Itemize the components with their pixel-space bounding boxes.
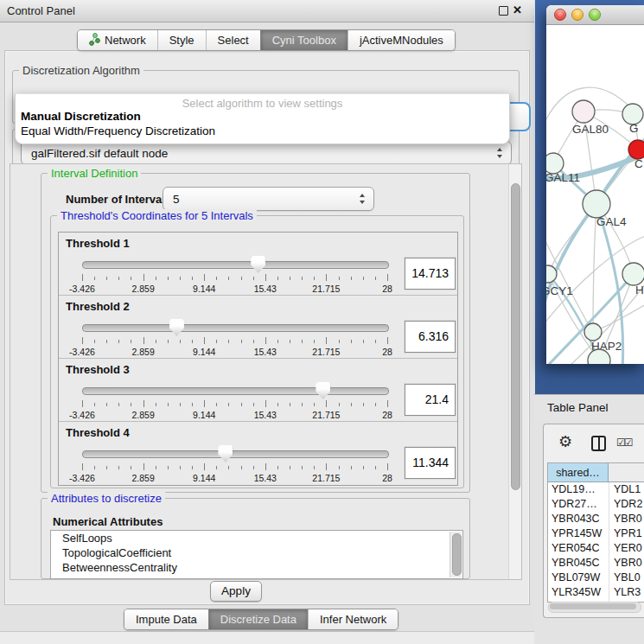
table-row[interactable]: YBR045CYBR0	[548, 556, 644, 571]
dropdown-item-manual-discretization[interactable]: Manual Discretization	[16, 110, 509, 124]
settings-vertical-scrollbar[interactable]	[508, 164, 521, 579]
minimize-traffic-light-icon[interactable]	[571, 9, 583, 21]
tick-mark	[253, 340, 254, 343]
tick-mark	[302, 340, 303, 343]
control-panel: Control Panel ✕ NetworkStyleSelectCyni T…	[0, 0, 534, 644]
column-header-shared-name[interactable]: shared…	[548, 463, 609, 482]
tick-label: 15.43	[254, 410, 277, 420]
panel-title: Control Panel	[7, 4, 75, 17]
table-row[interactable]: YDL19…YDL1	[548, 482, 644, 497]
table-data-combobox[interactable]: galFiltered.sif default node	[21, 141, 512, 165]
threshold-1-value-field[interactable]: 14.713	[405, 258, 456, 290]
columns-icon[interactable]	[591, 436, 606, 451]
network-node-gcy1[interactable]	[546, 265, 557, 283]
threshold-3-value-field[interactable]: 21.4	[405, 384, 456, 416]
attribute-list-item[interactable]: BetweennessCentrality	[51, 560, 462, 575]
network-node-c[interactable]	[628, 140, 644, 159]
tick-mark	[94, 403, 95, 406]
threshold-4-value-field[interactable]: 11.344	[405, 447, 456, 479]
threshold-1-slider[interactable]: -3.426 2.859 9.144 15.43 21.715 28	[80, 255, 391, 295]
bottom-tab-infer-network[interactable]: Infer Network	[308, 609, 398, 629]
tick-mark	[265, 337, 266, 344]
tick-mark	[228, 340, 229, 343]
tick-mark	[253, 466, 254, 469]
dropdown-item-equal-width-frequency[interactable]: Equal Width/Frequency Discretization	[16, 124, 509, 139]
network-node-h[interactable]	[622, 263, 644, 285]
table-row[interactable]: YBR043CYBR0	[548, 512, 644, 526]
column-header-name[interactable]: na	[609, 463, 644, 482]
close-traffic-light-icon[interactable]	[554, 9, 566, 21]
slider-track[interactable]	[82, 261, 389, 269]
attribute-list-item[interactable]: TopologicalCoefficient	[51, 545, 462, 560]
tick-mark	[180, 466, 181, 469]
tick-mark	[82, 400, 83, 407]
network-node-gal4[interactable]	[583, 190, 610, 218]
table-row[interactable]: YBL079WYBL0	[548, 571, 644, 585]
tick-mark	[156, 340, 156, 343]
number-of-intervals-combobox[interactable]: 5	[163, 187, 374, 211]
slider-thumb[interactable]	[218, 445, 233, 462]
threshold-label: Threshold 4	[66, 426, 130, 439]
slider-thumb[interactable]	[316, 382, 330, 399]
stepper-arrows-icon	[360, 194, 366, 204]
network-node-gal80[interactable]	[572, 100, 595, 123]
tick-mark	[180, 403, 181, 406]
checkbox-icons[interactable]: ☑☑	[616, 437, 632, 449]
tick-mark	[363, 466, 364, 469]
tab-cyni-toolbox[interactable]: Cyni Toolbox	[260, 30, 348, 50]
tick-mark	[277, 277, 278, 280]
tick-mark	[302, 466, 303, 469]
numerical-attributes-list[interactable]: SelfLoopsTopologicalCoefficientBetweenne…	[50, 530, 463, 579]
tab-network[interactable]: Network	[78, 30, 157, 50]
tick-mark	[228, 403, 229, 406]
slider-thumb[interactable]	[251, 256, 265, 273]
tick-mark	[168, 403, 169, 406]
bottom-tab-impute-data[interactable]: Impute Data	[124, 609, 208, 629]
slider-tick-labels: -3.426 2.859 9.144 15.43 21.715 28	[82, 284, 387, 294]
tick-label: -3.426	[69, 284, 95, 294]
tick-label: 9.144	[193, 347, 215, 357]
network-node-hap2[interactable]	[584, 323, 602, 341]
table-row[interactable]: YPR145WYPR1	[548, 526, 644, 541]
tab-label: Select	[218, 34, 249, 47]
tick-mark	[387, 400, 388, 407]
slider-track[interactable]	[82, 450, 389, 458]
close-icon[interactable]: ✕	[513, 3, 522, 16]
tick-mark	[241, 466, 242, 469]
tick-mark	[314, 466, 315, 469]
table-row[interactable]: YDR27…YDR2	[548, 497, 644, 512]
discretization-algorithm-group: Discretization Algorithm Select algorith…	[12, 70, 520, 124]
tab-jactivemnodules[interactable]: jActiveMNodules	[348, 30, 455, 50]
slider-track[interactable]	[82, 387, 389, 395]
tick-mark	[277, 403, 278, 406]
tick-mark	[106, 466, 107, 469]
network-window-titlebar	[546, 5, 644, 25]
attribute-list-item[interactable]: SelfLoops	[51, 531, 462, 545]
gear-icon[interactable]: ⚙	[558, 432, 572, 450]
network-canvas[interactable]: GAL80GCGAL11GAL4GCY1HHAP2	[546, 25, 644, 364]
tick-label: 28	[382, 284, 392, 294]
apply-button[interactable]: Apply	[210, 581, 262, 602]
float-window-icon[interactable]	[499, 6, 508, 16]
tick-mark	[94, 277, 95, 280]
tick-label: 28	[382, 473, 392, 483]
tick-mark	[363, 340, 364, 343]
list-scrollbar[interactable]	[450, 532, 462, 577]
thresholds-group: Threshold's Coordinates for 5 Intervals …	[50, 215, 464, 488]
zoom-traffic-light-icon[interactable]	[589, 9, 601, 21]
table-horizontal-scrollbar[interactable]	[548, 602, 641, 613]
table-row[interactable]: YLR345WYLR3	[548, 585, 644, 600]
threshold-2-value-field[interactable]: 6.316	[405, 321, 456, 353]
slider-track[interactable]	[82, 324, 389, 332]
tab-style[interactable]: Style	[157, 30, 206, 50]
table-row[interactable]: YER054CYER0	[548, 541, 644, 556]
threshold-2-slider[interactable]: -3.426 2.859 9.144 15.43 21.715 28	[80, 318, 391, 358]
tick-mark	[204, 337, 205, 344]
slider-thumb[interactable]	[169, 319, 184, 336]
threshold-3-slider[interactable]: -3.426 2.859 9.144 15.43 21.715 28	[80, 381, 391, 421]
bottom-tab-discretize-data[interactable]: Discretize Data	[208, 609, 308, 629]
tick-label: 2.859	[131, 473, 154, 483]
column-divider	[609, 482, 609, 602]
threshold-4-slider[interactable]: -3.426 2.859 9.144 15.43 21.715 28	[80, 444, 391, 484]
tab-select[interactable]: Select	[206, 30, 260, 50]
